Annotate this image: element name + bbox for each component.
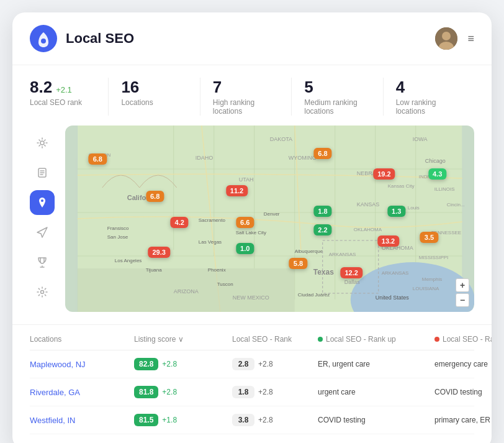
svg-text:LOUISIANA: LOUISIANA bbox=[412, 286, 439, 291]
header-right: ≡ bbox=[435, 27, 474, 50]
svg-point-3 bbox=[442, 32, 451, 40]
svg-text:DAKOTA: DAKOTA bbox=[269, 136, 292, 142]
main-card: Local SEO ≡ 8.2 +2.1 Local SEO rank 16 bbox=[12, 12, 492, 443]
svg-point-5 bbox=[40, 141, 44, 145]
map-pin-16: 3.5 bbox=[420, 232, 438, 243]
nav-dashboard[interactable] bbox=[30, 130, 55, 155]
nav-pages[interactable] bbox=[30, 160, 55, 185]
avatar[interactable] bbox=[435, 27, 457, 50]
map-pin-1: 6.8 bbox=[146, 191, 164, 202]
app-title: Local SEO bbox=[66, 30, 435, 47]
location-link-riverdale[interactable]: Riverdale, GA bbox=[30, 388, 129, 397]
dot-red-icon bbox=[434, 337, 439, 342]
th-local-seo-rank: Local SEO - Rank bbox=[232, 335, 313, 344]
rank-down-tags-riverdale: COVID testing bbox=[434, 388, 492, 396]
stat-value-low-ranking: 4 bbox=[396, 78, 405, 97]
score-badge-riverdale: 81.8 bbox=[134, 386, 158, 398]
rank-down-tags-westfield: primary care, ER bbox=[434, 416, 492, 424]
location-link-westfield[interactable]: Westfield, IN bbox=[30, 416, 129, 425]
svg-text:ARKANSAS: ARKANSAS bbox=[328, 252, 356, 257]
map-pin-12: 19.2 bbox=[373, 168, 395, 180]
table-row: Westfield, IN 81.5 +1.8 3.8 +2.8 COVID t… bbox=[30, 406, 474, 434]
th-listing-score[interactable]: Listing score ∨ bbox=[134, 335, 227, 344]
svg-text:United States: United States bbox=[375, 295, 409, 301]
nav-locations[interactable] bbox=[30, 190, 55, 215]
stat-low-ranking: 4 Low ranking locations bbox=[396, 78, 474, 116]
map-pin-2: 4.2 bbox=[171, 217, 189, 228]
nav-settings[interactable] bbox=[30, 280, 55, 304]
svg-text:WYOMING: WYOMING bbox=[288, 155, 316, 161]
svg-text:Ciudad Juárez: Ciudad Juárez bbox=[297, 292, 330, 298]
rank-badge-riverdale: 1.8 bbox=[232, 386, 254, 398]
rank-delta-westfield: +2.8 bbox=[258, 416, 273, 424]
svg-point-1 bbox=[41, 39, 46, 43]
stat-label-medium-ranking: Medium ranking locations bbox=[304, 98, 370, 116]
rank-down-tags-maplewood: emergency care bbox=[434, 360, 492, 368]
rank-cell-westfield: 3.8 +2.8 bbox=[232, 414, 313, 426]
stat-label-locations: Locations bbox=[121, 98, 187, 107]
zoom-out-button[interactable]: − bbox=[456, 293, 469, 307]
sidebar-nav bbox=[30, 126, 55, 312]
score-delta-westfield: +1.8 bbox=[162, 416, 177, 424]
map-pin-14: 13.2 bbox=[377, 235, 399, 247]
nav-trophy[interactable] bbox=[30, 250, 55, 275]
rank-badge-maplewood: 2.8 bbox=[232, 358, 254, 370]
rank-up-tags-riverdale: urgent care bbox=[318, 388, 430, 396]
app-header: Local SEO ≡ bbox=[12, 12, 492, 65]
stat-locations: 16 Locations bbox=[121, 78, 200, 116]
svg-text:NEW MEXICO: NEW MEXICO bbox=[232, 295, 269, 301]
rank-up-tags-maplewood: ER, urgent care bbox=[318, 360, 430, 368]
map-pin-15: 4.3 bbox=[428, 168, 446, 180]
svg-text:OKLAHOMA: OKLAHOMA bbox=[353, 227, 382, 232]
map-controls: + − bbox=[456, 278, 469, 307]
svg-text:IOWA: IOWA bbox=[412, 136, 427, 142]
stat-value-medium-ranking: 5 bbox=[304, 78, 313, 97]
score-cell-westfield: 81.5 +1.8 bbox=[134, 414, 227, 426]
map-pin-0: 6.8 bbox=[89, 153, 107, 165]
stat-medium-ranking: 5 Medium ranking locations bbox=[304, 78, 383, 116]
svg-point-7 bbox=[41, 199, 43, 202]
score-cell-maplewood: 82.8 +2.8 bbox=[134, 358, 227, 370]
rank-cell-maplewood: 2.8 +2.8 bbox=[232, 358, 313, 370]
svg-text:ILLINOIS: ILLINOIS bbox=[434, 186, 454, 192]
svg-text:Chicago: Chicago bbox=[425, 158, 445, 164]
svg-text:Salt Lake City: Salt Lake City bbox=[235, 230, 266, 235]
dot-green-icon bbox=[318, 337, 323, 342]
rank-delta-maplewood: +2.8 bbox=[258, 360, 273, 368]
main-content: California UTAH IDAHO WYOMING DAKOTA NEB… bbox=[12, 126, 492, 324]
svg-text:Tuscon: Tuscon bbox=[217, 281, 233, 287]
map-pin-10: 5.8 bbox=[289, 258, 307, 269]
th-rank-up: Local SEO - Rank up bbox=[318, 335, 430, 344]
stat-label-high-ranking: High ranking locations bbox=[213, 98, 279, 116]
map-pin-11: 12.2 bbox=[340, 267, 362, 278]
svg-text:Albuquerque: Albuquerque bbox=[294, 249, 323, 254]
stat-label-seo-rank: Local SEO rank bbox=[30, 98, 96, 107]
svg-text:Memphis: Memphis bbox=[421, 276, 441, 282]
map-pin-6: 1.0 bbox=[236, 243, 254, 254]
menu-icon[interactable]: ≡ bbox=[467, 32, 474, 45]
svg-text:UTAH: UTAH bbox=[238, 176, 253, 183]
svg-text:IDAHO: IDAHO bbox=[195, 155, 213, 161]
svg-text:San Jose: San Jose bbox=[107, 234, 128, 240]
rank-delta-riverdale: +2.8 bbox=[258, 388, 273, 396]
stats-row: 8.2 +2.1 Local SEO rank 16 Locations 7 H… bbox=[12, 65, 492, 126]
zoom-in-button[interactable]: + bbox=[456, 278, 469, 292]
stat-label-low-ranking: Low ranking locations bbox=[396, 98, 462, 116]
svg-text:Fran​sisco: Fran​sisco bbox=[107, 226, 128, 231]
map-pin-4: 11.2 bbox=[226, 185, 248, 196]
svg-point-8 bbox=[41, 291, 44, 294]
stat-seo-rank: 8.2 +2.1 Local SEO rank bbox=[30, 78, 109, 116]
svg-text:MISSISSIPPI: MISSISSIPPI bbox=[418, 255, 448, 260]
location-link-maplewood[interactable]: Maplewood, NJ bbox=[30, 360, 129, 369]
map-svg: California UTAH IDAHO WYOMING DAKOTA NEB… bbox=[65, 126, 474, 312]
stat-value-high-ranking: 7 bbox=[213, 78, 222, 97]
svg-text:Texas: Texas bbox=[313, 268, 333, 276]
th-rank-down: Local SEO - Rank down bbox=[434, 335, 492, 344]
svg-text:Phoenix: Phoenix bbox=[207, 267, 225, 273]
nav-send[interactable] bbox=[30, 220, 55, 245]
svg-text:Tijuana: Tijuana bbox=[145, 267, 161, 273]
svg-text:Cincin...: Cincin... bbox=[446, 202, 464, 208]
rank-up-tags-westfield: COVID testing bbox=[318, 416, 430, 424]
map-pin-5: 6.6 bbox=[236, 217, 254, 228]
table-row: Maplewood, NJ 82.8 +2.8 2.8 +2.8 ER, urg… bbox=[30, 350, 474, 378]
